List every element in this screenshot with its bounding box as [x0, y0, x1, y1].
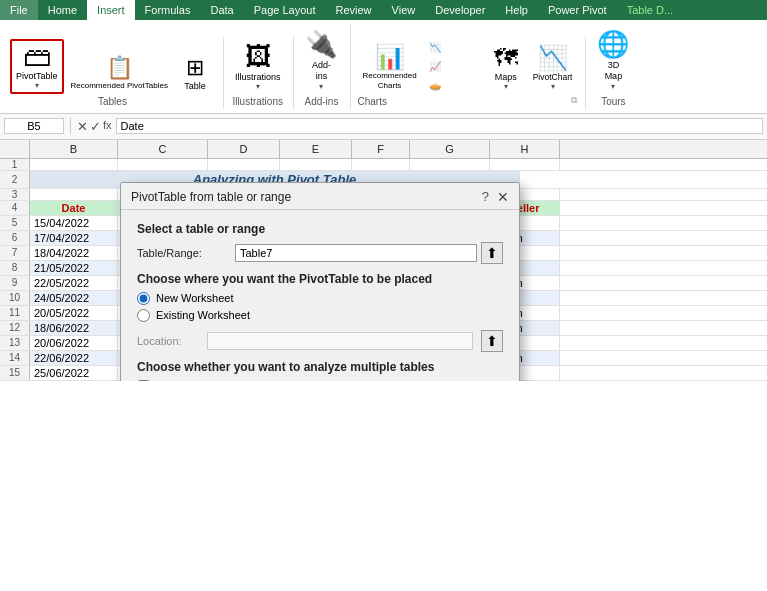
data-model-row: Add this data to the Data Model — [137, 380, 503, 381]
pivot-chart-label: PivotChart — [533, 72, 573, 82]
recommended-pivot-button[interactable]: 📋 Recommended PivotTables — [66, 52, 173, 94]
tab-insert[interactable]: Insert — [87, 0, 135, 20]
insert-function-icon[interactable]: fx — [103, 119, 112, 134]
table-icon: ⊞ — [186, 55, 204, 81]
dialog-title: PivotTable from table or range — [131, 190, 291, 204]
charts-expand-icon[interactable]: ⧉ — [571, 95, 577, 106]
pivot-table-button[interactable]: 🗃 PivotTable ▾ — [10, 39, 64, 94]
tab-table-d[interactable]: Table D... — [617, 0, 683, 20]
tab-power-pivot[interactable]: Power Pivot — [538, 0, 617, 20]
location-input[interactable] — [207, 332, 473, 350]
bar-chart-button[interactable]: 📉 — [424, 39, 484, 56]
line-chart-button[interactable]: 📈 — [424, 58, 484, 75]
illustrations-label: Illustrations — [235, 72, 281, 82]
tab-page-layout[interactable]: Page Layout — [244, 0, 326, 20]
existing-worksheet-label: Existing Worksheet — [156, 309, 250, 321]
group-tours: 🌐 3DMap ▾ Tours — [588, 24, 642, 109]
tables-buttons: 🗃 PivotTable ▾ 📋 Recommended PivotTables… — [10, 39, 215, 94]
location-browse-button[interactable]: ⬆ — [481, 330, 503, 352]
section3-label: Choose whether you want to analyze multi… — [137, 360, 503, 374]
add-ins-label: Add-ins — [312, 60, 331, 82]
tab-developer[interactable]: Developer — [425, 0, 495, 20]
data-model-label: Add this data to the Data Model — [156, 380, 310, 381]
tours-group-label: Tours — [601, 96, 625, 107]
table-label: Table — [184, 81, 206, 91]
tables-group-label: Tables — [98, 96, 127, 107]
pie-chart-button[interactable]: 🥧 — [424, 77, 484, 94]
add-ins-button[interactable]: 🔌 Add-ins ▾ — [300, 26, 342, 94]
section1-label: Select a table or range — [137, 222, 503, 236]
confirm-formula-icon[interactable]: ✓ — [90, 119, 101, 134]
add-ins-group-label: Add-ins — [305, 96, 339, 107]
section2-label: Choose where you want the PivotTable to … — [137, 272, 503, 286]
dialog-controls: ? ✕ — [482, 189, 509, 205]
group-tables: 🗃 PivotTable ▾ 📋 Recommended PivotTables… — [6, 37, 224, 109]
recommended-charts-label: RecommendedCharts — [362, 71, 416, 90]
3d-map-button[interactable]: 🌐 3DMap ▾ — [592, 26, 634, 94]
tab-home[interactable]: Home — [38, 0, 87, 20]
add-ins-icon: 🔌 — [305, 29, 337, 60]
table-range-browse-button[interactable]: ⬆ — [481, 242, 503, 264]
pivot-dialog: PivotTable from table or range ? ✕ Selec… — [120, 182, 520, 381]
existing-worksheet-option[interactable]: Existing Worksheet — [137, 309, 503, 322]
recommended-pivot-label: Recommended PivotTables — [71, 81, 168, 91]
ribbon-tab-bar: File Home Insert Formulas Data Page Layo… — [0, 0, 767, 20]
group-add-ins: 🔌 Add-ins ▾ Add-ins — [296, 24, 351, 109]
new-worksheet-radio[interactable] — [137, 292, 150, 305]
illustrations-button[interactable]: 🖼 Illustrations ▾ — [230, 38, 286, 94]
cell-reference-box[interactable] — [4, 118, 64, 134]
group-charts: 📊 RecommendedCharts 📉 📈 🥧 🗺 Maps ▾ 📉 Piv… — [353, 37, 586, 109]
pivot-chart-arrow: ▾ — [551, 82, 555, 91]
location-row: Location: ⬆ — [137, 330, 503, 352]
illustrations-arrow: ▾ — [256, 82, 260, 91]
charts-buttons: 📊 RecommendedCharts 📉 📈 🥧 🗺 Maps ▾ 📉 Piv… — [357, 39, 577, 94]
small-chart-buttons: 📉 📈 🥧 — [424, 39, 484, 94]
maps-button[interactable]: 🗺 Maps ▾ — [486, 41, 526, 94]
new-worksheet-option[interactable]: New Worksheet — [137, 292, 503, 305]
new-worksheet-label: New Worksheet — [156, 292, 233, 304]
maps-icon: 🗺 — [494, 44, 518, 72]
ribbon: File Home Insert Formulas Data Page Layo… — [0, 0, 767, 114]
data-model-underline-m: M — [280, 380, 289, 381]
existing-worksheet-radio[interactable] — [137, 309, 150, 322]
recommended-charts-button[interactable]: 📊 RecommendedCharts — [357, 40, 421, 93]
dialog-question-icon[interactable]: ? — [482, 189, 489, 204]
table-button[interactable]: ⊞ Table — [175, 52, 215, 94]
location-label: Location: — [137, 335, 199, 347]
dialog-titlebar: PivotTable from table or range ? ✕ — [121, 183, 519, 210]
tab-help[interactable]: Help — [495, 0, 538, 20]
formula-divider — [70, 117, 71, 135]
recommended-charts-icon: 📊 — [375, 43, 405, 71]
pivot-table-arrow: ▾ — [35, 81, 39, 90]
dialog-body: Select a table or range Table/Range: ⬆ C… — [121, 210, 519, 381]
dialog-overlay: PivotTable from table or range ? ✕ Selec… — [0, 140, 767, 381]
pivot-chart-icon: 📉 — [538, 44, 568, 72]
pivot-table-label: PivotTable — [16, 71, 58, 81]
formula-input[interactable] — [116, 118, 763, 134]
tab-view[interactable]: View — [382, 0, 426, 20]
charts-group-label: Charts — [357, 96, 386, 107]
add-ins-buttons: 🔌 Add-ins ▾ — [300, 26, 342, 94]
tab-review[interactable]: Review — [325, 0, 381, 20]
pivot-chart-button[interactable]: 📉 PivotChart ▾ — [528, 41, 578, 94]
illustrations-buttons: 🖼 Illustrations ▾ — [230, 38, 286, 94]
table-range-label: Table/Range: — [137, 247, 227, 259]
tab-data[interactable]: Data — [200, 0, 243, 20]
recommended-pivot-icon: 📋 — [106, 55, 133, 81]
dialog-close-button[interactable]: ✕ — [497, 189, 509, 205]
tab-formulas[interactable]: Formulas — [135, 0, 201, 20]
ribbon-content: 🗃 PivotTable ▾ 📋 Recommended PivotTables… — [0, 20, 767, 114]
formula-icons: ✕ ✓ fx — [77, 119, 112, 134]
table-range-input[interactable] — [235, 244, 477, 262]
spreadsheet: B C D E F G H 1 2 Analyzing with Pivot T… — [0, 140, 767, 381]
tours-buttons: 🌐 3DMap ▾ — [592, 26, 634, 94]
data-model-checkbox[interactable] — [137, 380, 150, 381]
group-illustrations: 🖼 Illustrations ▾ Illustrations — [226, 36, 295, 109]
illustrations-group-label: Illustrations — [232, 96, 283, 107]
maps-label: Maps — [495, 72, 517, 82]
cancel-formula-icon[interactable]: ✕ — [77, 119, 88, 134]
table-range-row: Table/Range: ⬆ — [137, 242, 503, 264]
3d-map-icon: 🌐 — [597, 29, 629, 60]
tab-file[interactable]: File — [0, 0, 38, 20]
pivot-table-icon: 🗃 — [23, 43, 51, 71]
